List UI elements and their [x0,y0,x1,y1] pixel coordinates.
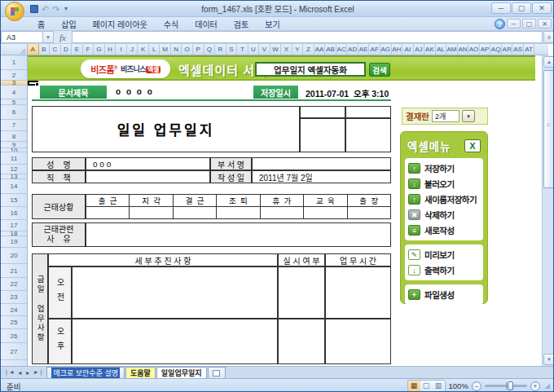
column-header[interactable]: AQ [490,44,502,55]
column-header[interactable]: I [116,44,127,55]
select-all-corner[interactable] [1,44,28,55]
row-header[interactable]: 26 [1,329,27,343]
approval-header-cell[interactable] [345,106,391,118]
column-header[interactable]: AH [392,44,403,55]
attendance-value-cell[interactable] [174,207,217,218]
last-sheet-icon[interactable]: ►❘ [33,369,44,376]
approval-header-cell[interactable] [300,106,345,118]
row-header[interactable]: 1 [1,55,27,70]
column-header[interactable]: L [149,44,160,55]
column-header[interactable]: AR [502,44,513,55]
search-button[interactable]: 검색 [369,63,390,77]
column-header[interactable]: AM [446,44,458,55]
row-header[interactable]: 5 [1,99,27,105]
prev-sheet-icon[interactable]: ◄ [17,370,23,376]
row-header[interactable]: 23 [1,291,27,304]
close-button[interactable]: ✕ [532,2,552,14]
ribbon-tab[interactable]: 홈 [30,17,52,31]
morning-done-cell[interactable] [278,266,325,319]
column-header[interactable]: U [248,44,260,55]
ribbon-tab[interactable]: 페이지 레이아웃 [86,17,155,31]
approval-count-select[interactable]: 2개 [432,110,459,122]
column-header[interactable]: H [105,44,117,55]
column-header[interactable]: AI [402,44,414,55]
column-header[interactable]: X [281,44,292,55]
ribbon-tab[interactable]: 보기 [257,17,287,31]
ribbon-tab[interactable]: 수식 [156,17,186,31]
file-create-button[interactable]: +파일생성 [408,287,480,302]
column-header[interactable]: AE [358,44,370,55]
afternoon-hours-cell[interactable] [325,319,391,364]
insert-worksheet-tab[interactable] [208,367,226,378]
workbook-close-button[interactable]: ✕ [538,19,552,29]
workbook-minimize-button[interactable]: ─ [507,19,521,29]
column-header[interactable]: AJ [414,44,425,55]
column-header[interactable]: AO [468,44,480,55]
sheet-tab[interactable]: 매크로 보안수준 설명 [46,367,125,378]
attendance-value-cell[interactable] [261,207,304,218]
formula-input[interactable] [72,31,543,43]
row-header[interactable]: 12 [1,165,27,174]
row-header[interactable]: 15 [1,194,27,207]
approval-sign-cell[interactable] [345,118,391,152]
row-header[interactable]: 25 [1,316,27,329]
zoom-out-icon[interactable]: − [472,381,481,391]
afternoon-done-cell[interactable] [278,319,325,364]
row-header[interactable]: 11 [1,152,27,165]
row-header[interactable]: 4 [1,86,27,99]
column-header[interactable]: AC [336,44,348,55]
row-header[interactable]: 14 [1,179,27,194]
column-header[interactable]: Q [204,44,216,55]
column-header[interactable]: AK [424,44,436,55]
scroll-up-icon[interactable]: ▲ [543,56,554,68]
normal-view-icon[interactable]: ▦ [408,381,420,391]
column-header[interactable]: N [171,44,182,55]
column-header[interactable]: O [182,44,193,55]
write-date-value[interactable]: 2011년 7월 2일 [252,170,391,183]
morning-detail-cell[interactable] [72,266,278,319]
zoom-level[interactable]: 100% [449,381,468,390]
column-header[interactable]: Y [292,44,304,55]
name-value[interactable]: o o o [86,157,210,170]
attendance-value-cell[interactable] [304,207,347,218]
row-header[interactable]: 22 [1,278,27,291]
name-box[interactable]: A3 [1,31,43,43]
row-header[interactable]: 17 [1,220,27,231]
print-button[interactable]: ↓출력하기 [408,262,480,278]
attendance-reason-value[interactable] [86,222,391,247]
column-header[interactable]: AD [347,44,358,55]
column-header[interactable]: V [259,44,270,55]
next-sheet-icon[interactable]: ► [25,370,31,376]
ribbon-tab[interactable]: 삽입 [54,17,83,31]
cell-cursor[interactable] [28,81,38,86]
column-header[interactable]: AL [436,44,447,55]
maximize-button[interactable]: ▢ [512,2,531,14]
preview-button[interactable]: ✎미리보기 [408,247,480,262]
name-box-dropdown-icon[interactable]: ▼ [43,31,54,43]
zoom-in-icon[interactable]: + [530,381,540,391]
insert-function-icon[interactable]: fx [54,31,72,43]
office-button[interactable] [5,2,24,21]
column-header[interactable]: S [226,44,238,55]
column-header[interactable]: D [61,44,73,55]
doc-title-value[interactable]: o o o o [116,87,154,96]
column-header[interactable]: AF [369,44,380,55]
page-break-view-icon[interactable]: ▥ [433,381,445,391]
bizforms-logo[interactable]: 비즈폼® 비즈니스엑셀 [81,59,170,78]
column-header[interactable]: F [83,44,95,55]
column-header[interactable]: R [215,44,226,55]
column-header[interactable]: AG [380,44,392,55]
column-header[interactable]: A [28,44,39,55]
attendance-value-cell[interactable] [130,207,173,218]
attendance-value-cell[interactable] [217,207,260,218]
vertical-scrollbar[interactable]: ▲ ▼ [542,55,554,366]
delete-button[interactable]: ✖삭제하기 [408,207,480,222]
column-header[interactable]: K [138,44,149,55]
position-value[interactable] [86,170,210,183]
help-icon[interactable]: ? [495,19,505,29]
row-header[interactable]: 9 [1,142,27,148]
column-header[interactable]: AT [524,44,535,55]
expand-formula-bar-icon[interactable]: ∨ [543,31,554,43]
ribbon-tab[interactable]: 데이터 [187,17,225,31]
row-header[interactable]: 21 [1,264,27,278]
